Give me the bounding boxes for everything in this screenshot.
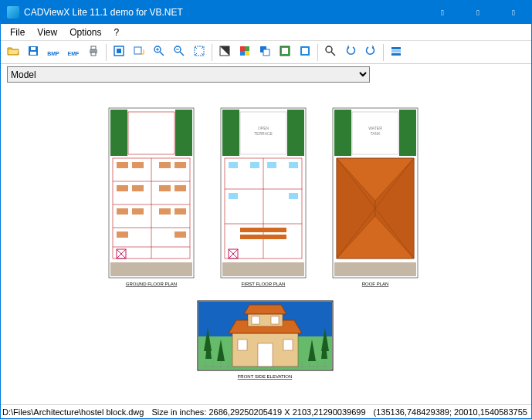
color-button[interactable] [236, 43, 254, 62]
rotate-right-button[interactable] [361, 43, 380, 62]
svg-rect-44 [132, 162, 144, 168]
window-title: CADViewX Lite 11.1 demo for VB.NET [24, 7, 425, 18]
emf-icon: EMF [68, 47, 80, 58]
svg-rect-62 [222, 110, 239, 156]
fit-window-icon [113, 45, 125, 59]
bmp-button[interactable]: BMP [44, 43, 63, 62]
previous-view-button[interactable] [130, 43, 148, 62]
svg-rect-57 [128, 112, 175, 154]
svg-rect-110 [258, 343, 273, 367]
svg-rect-63 [287, 110, 304, 156]
color-icon [239, 45, 251, 59]
save-button[interactable] [24, 43, 42, 62]
layout-select[interactable]: Model [7, 66, 370, 83]
svg-rect-108 [238, 340, 247, 350]
svg-rect-8 [134, 47, 141, 54]
titlebar: CADViewX Lite 11.1 demo for VB.NET    [1, 1, 531, 24]
layout-selector-bar: Model [1, 64, 531, 85]
zoom-in-button[interactable] [150, 43, 168, 62]
svg-line-29 [331, 52, 335, 56]
svg-rect-84 [334, 110, 351, 156]
viewport-button[interactable] [276, 43, 294, 62]
fit-window-button[interactable] [110, 43, 128, 62]
svg-rect-47 [117, 185, 128, 191]
svg-rect-56 [175, 231, 186, 238]
extents-button[interactable] [190, 43, 208, 62]
svg-rect-46 [175, 162, 186, 168]
svg-point-28 [326, 46, 332, 52]
menu-options[interactable]: Options [63, 25, 107, 39]
label-elevation: FRONT SIDE ELEVATION [238, 374, 293, 379]
svg-line-14 [180, 52, 184, 56]
svg-rect-19 [245, 46, 249, 51]
label-roof: ROOF PLAN [362, 282, 389, 286]
previous-view-icon [133, 45, 145, 59]
svg-rect-112 [271, 316, 279, 324]
svg-rect-78 [240, 228, 286, 232]
open-button[interactable] [4, 43, 22, 62]
app-icon [7, 6, 19, 19]
svg-line-10 [160, 52, 164, 56]
svg-rect-34 [110, 110, 127, 156]
zoom-out-button[interactable] [170, 43, 188, 62]
zoom-out-icon [173, 45, 185, 59]
bmp-icon: BMP [47, 47, 59, 58]
svg-rect-52 [132, 208, 144, 215]
options-button[interactable] [387, 43, 405, 62]
svg-rect-32 [391, 53, 401, 56]
window-controls:    [425, 1, 531, 24]
print-icon [87, 45, 100, 59]
status-size: Size in inches: 2686,29250205419 X 2103,… [151, 407, 365, 417]
label-ground: GROUND FLOOR PLAN [126, 282, 177, 286]
rotate-right-icon [364, 45, 377, 59]
svg-rect-43 [117, 162, 128, 168]
print-button[interactable] [84, 43, 103, 62]
extents-icon [193, 45, 205, 59]
layers-button[interactable] [256, 43, 274, 62]
svg-rect-76 [229, 193, 238, 199]
menu-file[interactable]: File [4, 25, 31, 39]
menu-help[interactable]: ? [108, 25, 126, 39]
svg-rect-30 [391, 47, 401, 49]
svg-rect-55 [117, 231, 128, 238]
emf-button[interactable]: EMF [64, 43, 83, 62]
save-icon [27, 45, 39, 59]
svg-rect-4 [91, 46, 96, 49]
rotate-left-button[interactable] [341, 43, 360, 62]
minimize-button[interactable]:  [425, 1, 460, 24]
blackwhite-button[interactable] [215, 43, 234, 62]
zoom-in-icon [153, 45, 165, 59]
drawing-canvas[interactable]: GROUND FLOOR PLAN OPEN TERRACE FIRST FLO… [1, 85, 531, 404]
svg-rect-18 [240, 46, 245, 51]
svg-rect-53 [159, 208, 171, 215]
cad-drawing: GROUND FLOOR PLAN OPEN TERRACE FIRST FLO… [1, 85, 531, 394]
svg-rect-50 [175, 185, 186, 191]
maximize-button[interactable]:  [460, 1, 496, 24]
status-path: D:\Files\Architecture\hostel block.dwg [2, 407, 144, 417]
search-button[interactable] [321, 43, 340, 62]
layers-icon [259, 45, 271, 59]
svg-rect-21 [245, 51, 249, 56]
svg-rect-20 [240, 51, 245, 56]
svg-text:WATER: WATER [368, 126, 382, 130]
entities-button[interactable] [296, 43, 314, 62]
svg-rect-75 [289, 162, 298, 168]
svg-rect-109 [283, 340, 293, 350]
svg-rect-2 [31, 47, 36, 50]
options-icon [390, 45, 402, 59]
svg-rect-36 [110, 262, 192, 276]
svg-rect-23 [263, 49, 269, 56]
svg-rect-27 [302, 48, 308, 54]
open-icon [7, 45, 19, 59]
status-coords: (135136,748429389; 20010,1540583755 [374, 407, 527, 417]
svg-rect-73 [250, 162, 259, 168]
viewport-icon [279, 45, 291, 59]
menu-view[interactable]: View [31, 25, 63, 39]
toolbar: BMPEMF [1, 41, 531, 64]
svg-rect-79 [240, 235, 286, 239]
svg-rect-77 [289, 193, 298, 199]
label-first: FIRST FLOOR PLAN [242, 282, 286, 286]
svg-text:TANK: TANK [371, 131, 381, 136]
search-icon [324, 45, 337, 59]
close-button[interactable]:  [496, 1, 531, 24]
